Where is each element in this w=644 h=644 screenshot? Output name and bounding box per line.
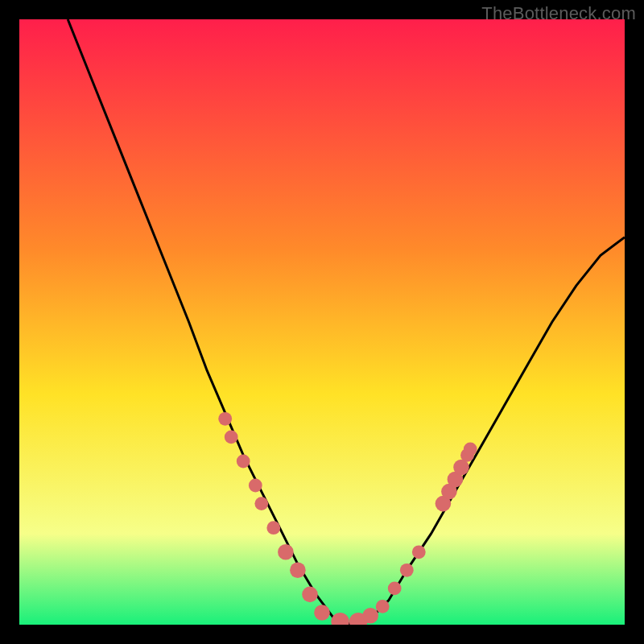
curve-marker <box>278 544 294 560</box>
curve-marker <box>266 521 280 535</box>
curve-marker <box>464 443 477 456</box>
curve-marker <box>254 497 268 510</box>
curve-marker <box>249 479 262 493</box>
curve-marker <box>225 431 238 444</box>
chart-frame <box>19 19 625 625</box>
curve-marker <box>376 600 390 613</box>
gradient-background <box>19 19 625 625</box>
watermark-text: TheBottleneck.com <box>481 3 636 24</box>
curve-marker <box>218 412 232 426</box>
curve-marker <box>412 545 426 559</box>
curve-marker <box>237 455 250 469</box>
curve-marker <box>314 605 330 621</box>
bottleneck-chart <box>19 19 625 625</box>
curve-marker <box>362 608 378 624</box>
curve-marker <box>290 563 306 579</box>
curve-marker <box>400 564 414 577</box>
curve-marker <box>302 587 318 603</box>
curve-marker <box>388 582 402 596</box>
